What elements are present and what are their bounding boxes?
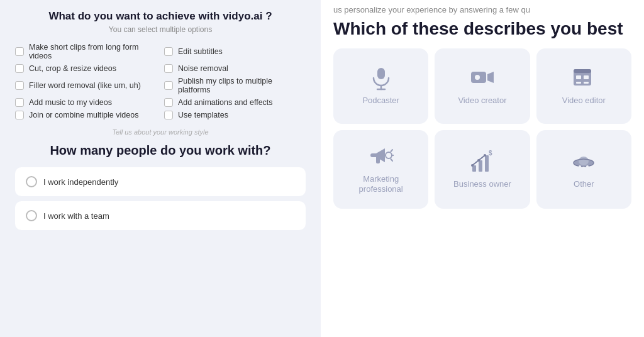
option-noise-removal[interactable]: Noise removal [164,64,306,73]
svg-rect-0 [377,68,385,79]
card-marketing-professional[interactable]: Marketing professional [333,130,428,209]
radio-independent[interactable]: I work independently [15,167,306,196]
checkbox-filler-word[interactable] [15,81,24,90]
svg-point-28 [586,165,589,168]
svg-text:$: $ [489,150,492,157]
checkbox-join-videos[interactable] [15,111,24,119]
option-label: Make short clips from long form videos [29,43,157,60]
svg-marker-5 [487,72,494,83]
svg-point-21 [477,159,480,162]
svg-rect-10 [576,82,581,84]
top-text: us personalize your experience by answer… [333,5,631,14]
card-label-business-owner: Business owner [453,179,511,190]
svg-point-27 [582,167,585,169]
mic-icon [369,65,394,91]
svg-point-12 [386,152,392,158]
option-label: Filler word removal (like um, uh) [29,81,141,90]
option-label: Cut, crop & resize videos [29,64,116,73]
svg-rect-17 [479,160,482,172]
checkbox-edit-subtitles[interactable] [164,47,173,56]
svg-point-26 [579,165,581,168]
section-title: How many people do you work with? [15,142,306,158]
option-label: Use templates [178,111,228,119]
checkbox-make-short-clips[interactable] [15,47,24,56]
film-edit-icon [571,65,596,91]
checkbox-publish-clips[interactable] [164,81,173,90]
right-panel: us personalize your experience by answer… [321,0,644,337]
svg-line-15 [391,159,392,161]
option-cut-crop[interactable]: Cut, crop & resize videos [15,64,157,73]
option-use-templates[interactable]: Use templates [164,111,306,119]
option-label: Edit subtitles [178,47,223,56]
svg-line-13 [391,150,392,152]
svg-point-24 [579,157,589,165]
option-label: Join or combine multiple videos [29,111,138,119]
right-panel-heading: Which of these describes you best [333,18,631,40]
option-filler-word[interactable]: Filler word removal (like um, uh) [15,77,157,94]
option-edit-subtitles[interactable]: Edit subtitles [164,43,306,60]
option-add-animations[interactable]: Add animations and effects [164,98,306,107]
svg-rect-9 [584,75,589,79]
card-business-owner[interactable]: $ Business owner [435,130,530,209]
svg-point-4 [475,75,480,80]
megaphone-icon [369,144,394,169]
svg-rect-18 [485,155,489,172]
card-label-podcaster: Podcaster [362,96,399,106]
option-label: Add animations and effects [178,98,273,107]
option-make-short-clips[interactable]: Make short clips from long form videos [15,43,157,60]
checkbox-use-templates[interactable] [164,111,173,119]
option-label: Add music to my videos [29,98,112,107]
svg-rect-7 [574,69,591,73]
svg-rect-8 [576,75,581,79]
svg-point-20 [471,164,474,167]
card-video-creator[interactable]: Video creator [435,48,530,124]
radio-options: I work independently I work with a team [15,167,306,230]
radio-label-team: I work with a team [43,211,109,221]
card-video-editor[interactable]: Video editor [536,48,631,124]
radio-label-independent: I work independently [43,177,118,187]
left-panel-subtitle: You can select multiple options [15,25,306,34]
card-label-video-editor: Video editor [562,96,606,106]
video-camera-icon [470,65,495,91]
card-label-video-creator: Video creator [458,96,506,106]
chart-icon: $ [470,149,495,174]
radio-circle-independent[interactable] [26,176,37,187]
option-join-videos[interactable]: Join or combine multiple videos [15,111,157,119]
left-panel: What do you want to achieve with vidyo.a… [0,0,321,337]
checkbox-add-music[interactable] [15,98,24,107]
option-publish-clips[interactable]: Publish my clips to multiple platforms [164,77,306,94]
option-label: Publish my clips to multiple platforms [178,77,306,94]
left-panel-title: What do you want to achieve with vidyo.a… [15,10,306,23]
card-label-other: Other [574,179,594,190]
svg-rect-11 [584,82,589,84]
option-label: Noise removal [178,64,228,73]
options-grid: Make short clips from long form videos E… [15,43,306,119]
divider-text: Tell us about your working style [15,128,306,136]
card-other[interactable]: Other [536,130,631,209]
card-label-marketing-professional: Marketing professional [341,174,421,196]
svg-point-22 [484,154,486,157]
radio-team[interactable]: I work with a team [15,201,306,230]
checkbox-cut-crop[interactable] [15,64,24,73]
checkbox-noise-removal[interactable] [164,64,173,73]
cards-grid: Podcaster Video creator Video editor [333,48,631,209]
card-podcaster[interactable]: Podcaster [333,48,428,124]
ufo-icon [571,149,596,174]
option-add-music[interactable]: Add music to my videos [15,98,157,107]
checkbox-add-animations[interactable] [164,98,173,107]
radio-circle-team[interactable] [26,210,37,221]
